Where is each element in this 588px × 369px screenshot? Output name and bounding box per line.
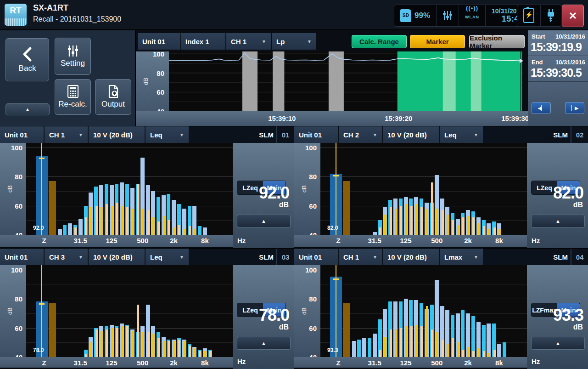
expand-button[interactable]: ▲: [237, 337, 291, 350]
wlan-status: ((•)) WLAN: [459, 5, 486, 26]
band-front-bar: [132, 331, 134, 357]
spectrum-x-tick: 31.5: [74, 237, 87, 244]
band-front-bar: [390, 329, 392, 357]
channel-selector[interactable]: CH 3▼: [45, 249, 88, 265]
mode-selector[interactable]: Lmax▼: [440, 249, 483, 265]
up-arrow-icon: ▲: [261, 218, 266, 224]
close-button[interactable]: ✕: [562, 5, 584, 27]
band-front-bar: [147, 332, 150, 357]
hz-label: Hz: [237, 237, 246, 244]
band-front-bar: [194, 229, 196, 235]
band-bar: [198, 226, 202, 235]
marker-button[interactable]: Marker: [410, 35, 465, 48]
expand-button[interactable]: ▲: [237, 215, 291, 227]
setting-button[interactable]: Setting: [55, 38, 91, 75]
up-arrow-icon: ▲: [555, 218, 560, 224]
hz-label: Hz: [532, 358, 540, 365]
spectrum-x-tick: Z: [42, 359, 46, 367]
mode-selector[interactable]: Leq▼: [146, 126, 189, 143]
spectrum-x-axis: Z31.51255002k8k: [294, 235, 527, 248]
mode-selector[interactable]: Leq▼: [440, 126, 483, 143]
time-history-plot[interactable]: [169, 51, 523, 111]
range-selector[interactable]: 10 V (20 dB): [383, 249, 439, 265]
step-forward-button[interactable]: ▏▶: [565, 102, 584, 114]
collapse-arrow-icon: ▲: [25, 107, 30, 112]
power-plug-icon: [547, 9, 555, 22]
band-bar: [78, 219, 83, 235]
spectrum-plot[interactable]: 93.3: [320, 265, 527, 357]
back-button[interactable]: Back: [6, 38, 49, 81]
spectrum-plot[interactable]: 92.0: [26, 143, 233, 235]
band-cursor-line[interactable]: [41, 143, 42, 235]
recalc-button[interactable]: Re-calc.: [55, 79, 91, 115]
channel-selector[interactable]: CH 1▼: [339, 249, 382, 265]
channel-selector[interactable]: CH 2▼: [339, 126, 382, 143]
chevron-down-icon: ▼: [369, 255, 377, 260]
spectrum-y-tick: 80: [15, 173, 22, 181]
unit-selector[interactable]: Unit 01: [294, 249, 338, 265]
unit-selector[interactable]: Unit 01: [0, 126, 44, 143]
expand-button[interactable]: ▲: [531, 337, 585, 350]
band-front-bar: [157, 221, 160, 235]
spectrum-plot[interactable]: 82.0: [320, 143, 527, 235]
spectrum-x-axis: Z31.51255002k8k: [294, 357, 527, 369]
slm-panel-02: Unit 01 CH 2▼ 10 V (20 dB) Leq▼ SLM 02 d…: [294, 126, 588, 248]
mode-selector[interactable]: Leq▼: [146, 249, 189, 265]
band-front-bar: [90, 342, 92, 357]
chevron-down-icon: ▼: [258, 39, 266, 44]
sd-status: SD 99%: [394, 5, 437, 26]
unit-selector[interactable]: Unit 01: [0, 249, 44, 265]
time-x-tick: 15:39:20: [385, 114, 412, 122]
level-value: 78.0: [234, 306, 289, 325]
band-cursor-line[interactable]: [41, 265, 42, 357]
time-y-tick: 60: [157, 88, 164, 96]
expand-button[interactable]: ▲: [531, 215, 585, 227]
band-front-bar: [488, 229, 490, 235]
band-bar: [58, 229, 62, 235]
spectrum-y-tick: 80: [309, 173, 317, 181]
band-cursor-line[interactable]: [336, 143, 336, 235]
setting-sliders-icon: [67, 45, 79, 57]
spectrum-x-tick: 500: [431, 237, 442, 244]
sd-percent: 99%: [414, 11, 430, 20]
band-front-bar: [173, 341, 175, 357]
spectrum-y-tick: 60: [15, 202, 22, 210]
prev-frame-icon: ◀▏: [538, 105, 545, 111]
range-selector[interactable]: 10 V (20 dB): [383, 126, 439, 143]
calc-range-button[interactable]: Calc. Range: [352, 35, 407, 48]
z-band-sub-bar: [49, 181, 56, 235]
spectrum-plot[interactable]: 78.0: [26, 265, 233, 357]
exclusion-marker-button[interactable]: Exclusion Marker: [469, 35, 525, 48]
range-selector[interactable]: 10 V (20 dB): [89, 249, 145, 265]
up-arrow-icon: ▲: [555, 341, 560, 346]
time-selector-lp[interactable]: Lp▼: [272, 33, 316, 50]
output-button[interactable]: Output: [95, 79, 131, 115]
band-front-bar: [395, 209, 397, 235]
step-backward-button[interactable]: ◀▏: [532, 102, 551, 114]
band-front-bar: [132, 209, 134, 235]
unit-selector[interactable]: Unit 01: [294, 126, 338, 143]
time-selector-ch-1[interactable]: CH 1▼: [226, 33, 271, 50]
band-front-bar: [126, 326, 129, 357]
z-band-value-label: 78.0: [33, 347, 44, 353]
band-front-bar: [457, 225, 459, 235]
range-selector[interactable]: 10 V (20 dB): [89, 126, 145, 143]
chevron-down-icon: ▼: [470, 132, 478, 137]
spectrum-x-tick: 2k: [464, 359, 472, 367]
spectrum-x-tick: 500: [137, 237, 148, 244]
channel-selector[interactable]: CH 1▼: [45, 126, 88, 143]
band-front-bar: [142, 332, 144, 357]
band-front-bar: [415, 204, 418, 235]
band-front-bar: [462, 217, 465, 235]
spectrum-y-axis: dB 100806040: [0, 143, 26, 235]
time-selector-index-1[interactable]: Index 1: [181, 33, 225, 50]
band-front-bar: [442, 210, 444, 235]
time-selector-unit-01[interactable]: Unit 01: [138, 33, 180, 50]
band-front-bar: [178, 225, 180, 235]
band-front-bar: [157, 338, 160, 357]
band-bar: [357, 340, 361, 357]
value-panel: LZFmax Main 93.3 dB ▲ Hz: [527, 265, 588, 369]
band-front-bar: [106, 329, 108, 357]
band-front-bar: [410, 326, 413, 357]
panel-collapse-button[interactable]: ▲: [6, 103, 50, 115]
